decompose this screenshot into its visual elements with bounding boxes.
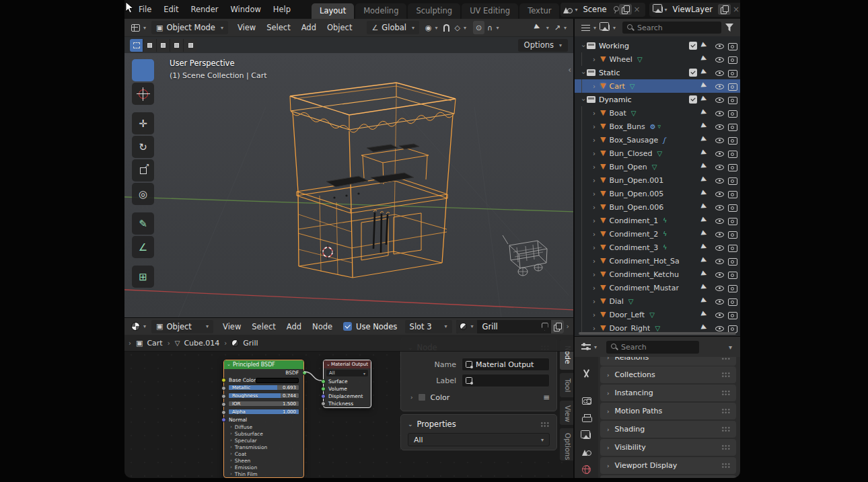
hide-eye-icon[interactable] xyxy=(715,203,724,212)
header-overflow-arrow[interactable]: › xyxy=(567,322,569,331)
outliner-horizontal-scrollbar[interactable] xyxy=(579,332,736,335)
hide-eye-icon[interactable] xyxy=(715,136,724,145)
tab-textur[interactable]: Textur xyxy=(519,3,559,19)
collection-checkbox[interactable] xyxy=(689,69,697,77)
expand-chevron[interactable]: › xyxy=(591,56,598,63)
selectability-pointer-icon[interactable] xyxy=(702,297,710,305)
tab-sculpting[interactable]: Sculpting xyxy=(408,3,460,19)
new-viewlayer-button[interactable] xyxy=(718,4,731,15)
menu-view[interactable]: View xyxy=(223,322,241,331)
cursor-tool[interactable] xyxy=(132,83,154,105)
hide-eye-icon[interactable] xyxy=(715,257,724,266)
hide-eye-icon[interactable] xyxy=(715,230,724,239)
menu-file[interactable]: File xyxy=(139,5,151,14)
selectability-pointer-icon[interactable] xyxy=(702,243,710,251)
select-mode-subtract[interactable] xyxy=(157,39,170,52)
hide-eye-icon[interactable] xyxy=(715,42,724,50)
expand-chevron[interactable]: › xyxy=(591,190,598,198)
select-box-tool[interactable] xyxy=(132,59,154,81)
transform-orientation-dropdown[interactable]: ∠ Global▾ xyxy=(367,21,419,34)
selectability-pointer-icon[interactable] xyxy=(702,203,710,211)
measure-tool[interactable]: ∠ xyxy=(132,236,154,258)
selectability-pointer-icon[interactable] xyxy=(702,176,710,184)
proportional-editing-toggle[interactable]: ⊙ xyxy=(473,21,484,34)
outliner-row-condiment_3[interactable]: ›▼Condiment_3ϟ xyxy=(575,241,740,254)
viewport-canvas[interactable]: User Perspective (1) Scene Collection | … xyxy=(124,53,573,317)
expand-chevron[interactable]: › xyxy=(580,69,587,76)
selectability-pointer-icon[interactable] xyxy=(702,136,710,144)
outliner-row-condiment_hot_sa[interactable]: ›▼Condiment_Hot_Sa xyxy=(575,254,740,268)
node-name-field[interactable]: Material Output xyxy=(462,358,550,371)
drag-dots-icon[interactable] xyxy=(540,421,550,428)
outliner-search-input[interactable]: Search xyxy=(622,22,721,34)
editor-type-button[interactable]: ▾ xyxy=(579,340,600,354)
drag-dots-icon[interactable] xyxy=(721,444,731,450)
menu-object[interactable]: Object xyxy=(327,23,352,32)
selectability-pointer-icon[interactable] xyxy=(702,69,710,77)
expand-chevron[interactable]: › xyxy=(591,244,598,251)
scale-tool[interactable] xyxy=(132,159,154,182)
hide-eye-icon[interactable] xyxy=(715,324,724,333)
node-canvas[interactable]: › ▣Cart›▽Cube.014›Grill ⌄Principled BSDF… xyxy=(124,335,573,478)
selectability-pointer-icon[interactable] xyxy=(702,311,710,319)
render-camera-icon[interactable] xyxy=(728,122,737,130)
select-mode-invert[interactable] xyxy=(170,39,184,52)
proportional-falloff-dropdown[interactable]: ∩▾ xyxy=(484,21,501,34)
expand-chevron[interactable]: › xyxy=(591,177,598,184)
menu-select[interactable]: Select xyxy=(266,23,290,32)
outliner-row-bun_open.006[interactable]: ›▼Bun_Open.006 xyxy=(575,200,740,214)
expand-chevron[interactable]: › xyxy=(591,311,598,319)
render-camera-icon[interactable] xyxy=(728,324,737,332)
render-camera-icon[interactable] xyxy=(728,311,737,319)
display-mode-dropdown[interactable]: ▾ xyxy=(579,21,599,34)
menu-node[interactable]: Node xyxy=(312,322,332,331)
pivot-point-dropdown[interactable]: ◉▾ xyxy=(423,21,441,34)
menu-render[interactable]: Render xyxy=(191,5,219,14)
render-camera-icon[interactable] xyxy=(728,42,737,50)
sidebar-tab-view[interactable]: View xyxy=(559,400,573,426)
render-camera-icon[interactable] xyxy=(728,163,737,171)
collection-checkbox[interactable] xyxy=(689,42,697,50)
breadcrumb-item[interactable]: Grill xyxy=(231,339,258,348)
drag-dots-icon[interactable] xyxy=(721,372,731,378)
outliner-row-condiment_1[interactable]: ›▼Condiment_1ϟ xyxy=(575,214,740,227)
render-camera-icon[interactable] xyxy=(728,203,737,211)
viewlayer-selector[interactable]: ▾ ViewLayer × xyxy=(649,3,740,17)
properties-all-dropdown[interactable]: All▾ xyxy=(408,433,550,446)
unlink-scene-icon[interactable]: × xyxy=(634,5,641,14)
drag-dots-icon[interactable] xyxy=(721,408,731,414)
render-camera-icon[interactable] xyxy=(728,190,737,198)
menu-view[interactable]: View xyxy=(238,23,256,32)
selectability-pointer-icon[interactable] xyxy=(702,270,710,278)
render-camera-icon[interactable] xyxy=(728,270,737,278)
hide-eye-icon[interactable] xyxy=(715,55,724,64)
rotate-tool[interactable]: ↻ xyxy=(132,136,154,158)
expand-chevron[interactable]: › xyxy=(591,83,598,90)
hide-eye-icon[interactable] xyxy=(715,69,724,77)
hide-eye-icon[interactable] xyxy=(715,284,724,292)
select-mode-intersect[interactable] xyxy=(184,39,197,52)
breadcrumb-item[interactable]: ▽Cube.014 xyxy=(175,339,220,348)
hide-eye-icon[interactable] xyxy=(715,109,724,118)
render-camera-icon[interactable] xyxy=(728,109,737,117)
tab-modeling[interactable]: Modeling xyxy=(355,3,406,19)
panel-instancing[interactable]: ›Instancing xyxy=(600,385,736,401)
render-camera-icon[interactable] xyxy=(728,284,737,292)
expand-chevron[interactable]: › xyxy=(591,284,598,292)
expand-chevron[interactable]: › xyxy=(580,42,587,49)
annotate-tool[interactable]: ✎ xyxy=(132,212,154,235)
expand-chevron[interactable]: › xyxy=(591,150,598,157)
selectability-pointer-icon[interactable] xyxy=(702,257,710,265)
render-camera-icon[interactable] xyxy=(728,216,737,225)
selectability-pointer-icon[interactable] xyxy=(702,284,710,292)
region-collapse-arrow[interactable]: ‹ xyxy=(568,65,571,75)
expand-chevron[interactable]: › xyxy=(591,217,598,225)
copy-material-button[interactable] xyxy=(551,320,564,333)
outliner-row-condiment_2[interactable]: ›▼Condiment_2ϟ xyxy=(575,227,740,241)
tab-uv-editing[interactable]: UV Editing xyxy=(462,3,518,19)
panel-collections[interactable]: ›Collections xyxy=(600,366,736,383)
material-browse-dropdown[interactable]: ▾ xyxy=(456,320,477,333)
expand-chevron[interactable]: › xyxy=(580,96,587,103)
panel-header[interactable]: ⌄Properties xyxy=(401,415,556,432)
selectability-pointer-icon[interactable] xyxy=(702,324,710,332)
